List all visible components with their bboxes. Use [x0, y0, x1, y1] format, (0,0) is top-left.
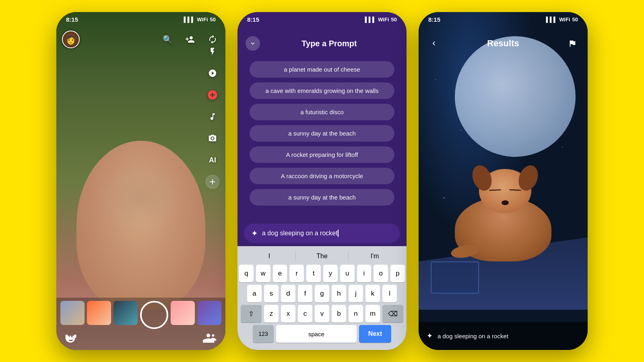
camera-bottom-bar [56, 298, 225, 350]
thumbnail-5[interactable] [197, 301, 221, 325]
shutter-button[interactable] [140, 301, 168, 329]
key-c[interactable]: c [298, 305, 312, 323]
effects-icon[interactable] [205, 66, 220, 80]
status-bar-2: 8:15 ▌▌▌ WiFi 50 [237, 12, 407, 25]
suggestion-3[interactable]: a futuristic disco [250, 104, 394, 120]
key-y[interactable]: y [323, 265, 338, 282]
next-button[interactable]: Next [359, 325, 391, 343]
camera-settings-icon[interactable] [205, 131, 220, 146]
prompt-input[interactable]: a dog sleeping on a rocket [262, 230, 393, 237]
key-p[interactable]: p [390, 265, 405, 282]
suggest-i[interactable]: I [243, 251, 296, 261]
key-q[interactable]: q [239, 265, 254, 282]
wifi-icon-1: WiFi [197, 16, 208, 23]
key-shift[interactable]: ⇧ [241, 305, 262, 323]
key-d[interactable]: d [281, 285, 295, 302]
results-back-button[interactable] [427, 36, 441, 51]
phone-camera: 8:15 ▌▌▌ WiFi 50 👩 🔍 [56, 12, 225, 350]
key-k[interactable]: k [365, 285, 380, 302]
key-e[interactable]: e [273, 265, 287, 282]
key-a[interactable]: a [247, 285, 262, 302]
key-g[interactable]: g [315, 285, 329, 302]
key-f[interactable]: f [298, 285, 312, 302]
key-x[interactable]: x [281, 305, 295, 323]
results-flag-button[interactable] [565, 36, 580, 51]
key-backspace[interactable]: ⌫ [382, 305, 403, 323]
key-w[interactable]: w [256, 265, 270, 282]
avatar-icon[interactable]: 👩 [62, 31, 80, 48]
search-icon[interactable]: 🔍 [160, 32, 175, 47]
key-m[interactable]: m [365, 305, 380, 323]
time-2: 8:15 [247, 16, 259, 23]
svg-point-0 [211, 137, 214, 140]
signal-icon-3: ▌▌▌ [546, 16, 557, 23]
music-icon[interactable] [205, 109, 220, 124]
thumbnail-4[interactable] [171, 301, 195, 325]
thumbnail-3[interactable] [114, 301, 138, 325]
generated-image [419, 12, 588, 350]
thumbnail-2[interactable] [87, 301, 111, 325]
flash-icon[interactable] [205, 44, 220, 59]
dog-eye-right [509, 189, 521, 191]
camera-top-bar: 👩 🔍 [56, 31, 225, 48]
right-tool-icons: AI [205, 44, 220, 189]
key-r[interactable]: r [289, 265, 304, 282]
status-bar-1: 8:15 ▌▌▌ WiFi 50 [56, 12, 225, 25]
key-s[interactable]: s [264, 285, 279, 302]
key-h[interactable]: h [332, 285, 346, 302]
status-icons-2: ▌▌▌ WiFi 50 [365, 16, 397, 23]
prompt-screen: Type a Prompt a planet made out of chees… [237, 30, 407, 350]
sparkle-icon: ✦ [251, 228, 258, 238]
key-space[interactable]: space [276, 325, 357, 343]
suggestion-1[interactable]: a planet made out of cheese [250, 61, 394, 78]
status-icons-1: ▌▌▌ WiFi 50 [184, 16, 216, 23]
back-button[interactable] [246, 36, 260, 51]
key-z[interactable]: z [264, 305, 279, 323]
add-friend-icon[interactable] [183, 32, 197, 47]
wifi-icon-2: WiFi [378, 16, 389, 23]
plus-circle-icon[interactable] [205, 88, 220, 102]
thumbnail-1[interactable] [60, 301, 85, 325]
ai-label[interactable]: AI [205, 153, 220, 167]
prompt-header: Type a Prompt [237, 30, 407, 55]
dog-head-shape [479, 169, 531, 213]
add-icon[interactable] [205, 175, 220, 189]
signal-icon-1: ▌▌▌ [184, 16, 195, 23]
time-1: 8:15 [66, 16, 78, 23]
dog-ear-right [515, 162, 541, 193]
key-row-4: 123 space Next [239, 325, 405, 343]
suggest-the[interactable]: The [296, 251, 349, 261]
prompt-input-container[interactable]: ✦ a dog sleeping on a rocket [244, 224, 400, 243]
friends-camera-icon[interactable] [203, 331, 217, 348]
svg-point-2 [212, 334, 215, 337]
results-screen: 8:15 ▌▌▌ WiFi 50 Results ✦ a dog sleepin… [419, 12, 588, 350]
dog-ear-left [469, 162, 495, 193]
results-title: Results [441, 38, 565, 49]
key-123[interactable]: 123 [253, 325, 274, 343]
key-l[interactable]: l [382, 285, 397, 302]
key-b[interactable]: b [332, 305, 346, 323]
suggestion-5[interactable]: A rocket preparing for liftoff [250, 146, 394, 163]
key-v[interactable]: v [315, 305, 329, 323]
key-row-3: ⇧ z x c v b n m ⌫ [239, 305, 405, 323]
phone-prompt: 8:15 ▌▌▌ WiFi 50 Type a Prompt a planet … [237, 12, 407, 350]
dog-figure [447, 165, 559, 261]
battery-icon-3: 50 [572, 16, 578, 23]
key-i[interactable]: i [357, 265, 372, 282]
key-row-2: a s d f g h j k l [239, 285, 405, 302]
key-j[interactable]: j [349, 285, 363, 302]
face-effects-icon[interactable] [64, 331, 77, 347]
suggestion-6[interactable]: A raccoon driving a motorcycle [250, 168, 394, 184]
key-u[interactable]: u [340, 265, 355, 282]
key-t[interactable]: t [306, 265, 321, 282]
results-prompt-label: a dog sleeping on a rocket [438, 333, 508, 339]
suggest-im[interactable]: I'm [349, 251, 401, 261]
suggestion-2[interactable]: a cave with emeralds growing on the wall… [250, 82, 394, 99]
suggestion-4[interactable]: a sunny day at the beach [250, 125, 394, 142]
key-o[interactable]: o [374, 265, 388, 282]
text-cursor [338, 230, 339, 237]
suggestion-7[interactable]: a sunny day at the beach [250, 189, 394, 206]
phone-results: 8:15 ▌▌▌ WiFi 50 Results ✦ a dog sleepin… [419, 12, 588, 350]
key-n[interactable]: n [349, 305, 363, 323]
results-bottom-bar: ✦ a dog sleeping on a rocket [419, 322, 588, 350]
